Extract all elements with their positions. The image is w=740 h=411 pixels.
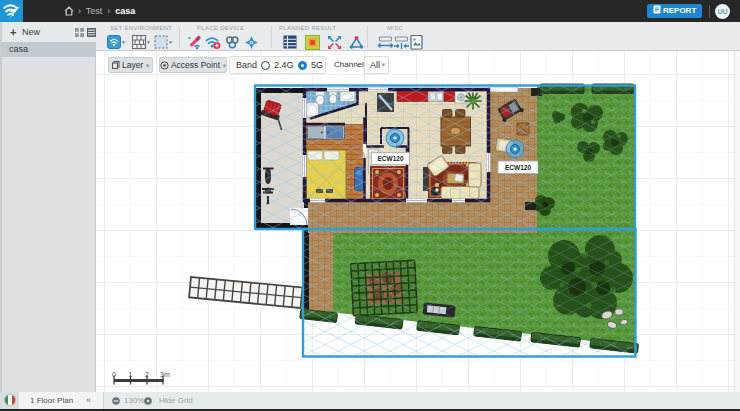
svg-text:ECW120: ECW120	[505, 164, 531, 171]
svg-text:ECW120: ECW120	[377, 155, 403, 162]
svg-text:3m: 3m	[160, 371, 170, 378]
